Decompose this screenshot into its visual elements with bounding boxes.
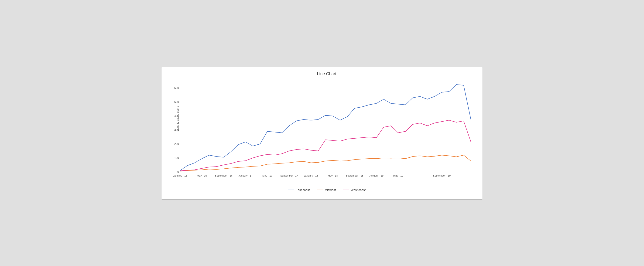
svg-text:January - 19: January - 19 [369,174,384,177]
legend-line-midwest [317,190,323,190]
svg-text:May - 16: May - 16 [197,174,207,177]
legend-label-midwest: Midwest [324,188,336,192]
svg-text:May - 18: May - 18 [328,174,338,177]
legend-line-west-coast [343,190,349,190]
legend-label-east-coast: East coast [296,188,310,192]
svg-text:September - 18: September - 18 [346,174,364,177]
svg-text:100: 100 [174,156,179,160]
chart-container: Line Chart Monthly active users 01002003… [161,66,483,200]
chart-svg: 0100200300400500600January - 16May - 16S… [178,79,476,181]
svg-text:January - 17: January - 17 [238,174,252,177]
legend-item-east-coast: East coast [288,188,310,192]
svg-text:0: 0 [177,170,179,174]
svg-text:January - 16: January - 16 [173,174,187,177]
legend-label-west-coast: West coast [351,188,366,192]
svg-text:600: 600 [174,86,179,90]
svg-text:September - 19: September - 19 [433,174,450,177]
legend-line-east-coast [288,190,294,190]
svg-text:500: 500 [174,100,179,104]
svg-text:January - 18: January - 18 [304,174,318,177]
y-axis-label: Monthly active users [176,106,180,131]
legend-item-west-coast: West coast [343,188,366,192]
svg-text:200: 200 [174,142,179,146]
legend-item-midwest: Midwest [317,188,336,192]
chart-title: Line Chart [178,72,476,76]
svg-text:September - 16: September - 16 [215,174,232,177]
chart-area: Monthly active users 0100200300400500600… [178,79,476,181]
svg-text:May - 19: May - 19 [393,174,403,177]
svg-text:September - 17: September - 17 [280,174,298,177]
chart-legend: East coast Midwest West coast [288,188,366,192]
svg-text:May - 17: May - 17 [262,174,272,177]
